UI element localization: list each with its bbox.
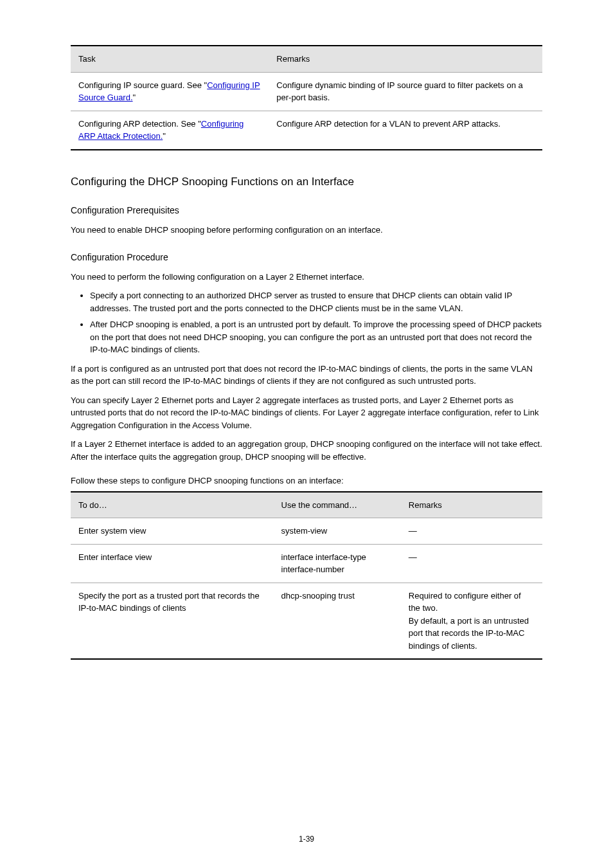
col-remarks-header: Remarks (401, 492, 542, 518)
prereq-paragraph: You need to enable DHCP snooping before … (71, 224, 542, 237)
command-table: To do… Use the command… Remarks Enter sy… (71, 491, 542, 660)
table-row: Enter system view system-view — (71, 518, 542, 545)
todo-cell: Enter system view (71, 518, 274, 545)
table-header-row: Task Remarks (71, 46, 542, 72)
cmd-cell: dhcp-snooping trust (274, 583, 401, 659)
list-item: Specify a port connecting to an authoriz… (90, 289, 542, 314)
col-todo-header: To do… (71, 492, 274, 518)
paragraph: If a Layer 2 Ethernet interface is added… (71, 438, 542, 463)
section-title: Configuring the DHCP Snooping Functions … (71, 174, 542, 190)
remarks-cell: Configure dynamic binding of IP source g… (269, 72, 542, 111)
list-item: After DHCP snooping is enabled, a port i… (90, 318, 542, 356)
task-remarks-table: Task Remarks Configuring IP source guard… (71, 45, 542, 150)
remarks-cell: Configure ARP detection for a VLAN to pr… (269, 111, 542, 150)
remarks-cell: — (401, 518, 542, 545)
cmd-cell: interface interface-type interface-numbe… (274, 544, 401, 583)
task-cell: Configuring IP source guard. See "Config… (71, 72, 269, 111)
todo-cell: Enter interface view (71, 544, 274, 583)
remarks-cell: Required to configure either of the two.… (401, 583, 542, 659)
table-row: Configuring IP source guard. See "Config… (71, 72, 542, 111)
page-number: 1-39 (0, 833, 613, 845)
paragraph: You can specify Layer 2 Ethernet ports a… (71, 394, 542, 432)
table-row: Enter interface view interface interface… (71, 544, 542, 583)
col-task-header: Task (71, 46, 269, 72)
table-row: Configuring ARP detection. See "Configur… (71, 111, 542, 150)
table-header-row: To do… Use the command… Remarks (71, 492, 542, 518)
paragraph: If a port is configured as an untrusted … (71, 363, 542, 388)
col-remarks-header: Remarks (269, 46, 542, 72)
remarks-cell: — (401, 544, 542, 583)
col-cmd-header: Use the command… (274, 492, 401, 518)
table-row: Specify the port as a trusted port that … (71, 583, 542, 659)
todo-cell: Specify the port as a trusted port that … (71, 583, 274, 659)
subsection-title-prereq: Configuration Prerequisites (71, 204, 542, 217)
task-cell: Configuring ARP detection. See "Configur… (71, 111, 269, 150)
table-caption: Follow these steps to configure DHCP sno… (71, 475, 542, 487)
cmd-cell: system-view (274, 518, 401, 545)
procedure-bullets: Specify a port connecting to an authoriz… (90, 289, 542, 356)
procedure-intro: You need to perform the following config… (71, 271, 542, 284)
subsection-title-procedure: Configuration Procedure (71, 251, 542, 264)
